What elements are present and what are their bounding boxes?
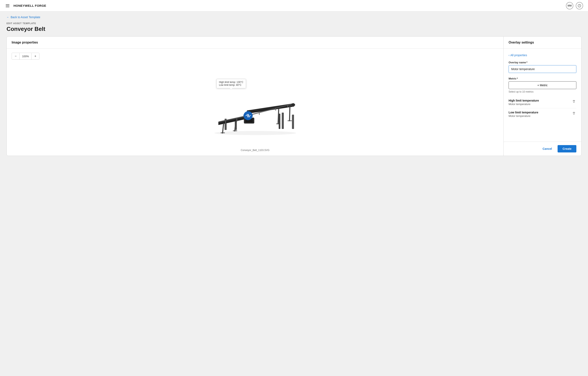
- main-card: Image properties − 100% + High limit tem…: [7, 36, 581, 156]
- page-title: Conveyor Belt: [7, 26, 581, 32]
- metrics-list: High limit temperature Motor temperature…: [509, 97, 576, 120]
- svg-point-30: [291, 103, 295, 106]
- svg-line-25: [290, 106, 290, 121]
- help-icon[interactable]: ?: [576, 2, 583, 9]
- back-to-asset-template-link[interactable]: ← Back to Asset Template: [7, 16, 40, 19]
- metric-hint: Select up to 10 metrics: [509, 90, 576, 93]
- back-arrow-icon: ←: [7, 16, 9, 19]
- metric-sub-0: Motor temperature: [509, 103, 539, 106]
- metric-name-0: High limit temperature: [509, 99, 539, 102]
- zoom-in-button[interactable]: +: [32, 53, 39, 59]
- cancel-button[interactable]: Cancel: [539, 145, 555, 153]
- all-properties-label: All properties: [510, 54, 527, 57]
- metric-sub-1: Motor temperature: [509, 114, 538, 118]
- overlay-name-label: Overlay name *: [509, 61, 576, 64]
- hamburger-menu[interactable]: [5, 3, 10, 8]
- image-panel-content: − 100% + High limit temp: 130°C Low limi…: [7, 49, 504, 156]
- zoom-out-button[interactable]: −: [12, 53, 19, 59]
- svg-rect-3: [282, 113, 284, 129]
- overlay-settings-header: Overlay settings: [504, 37, 581, 49]
- svg-line-24: [278, 109, 279, 124]
- panel-footer: Cancel Create: [504, 142, 581, 156]
- image-properties-header: Image properties: [7, 37, 504, 49]
- brand-logo: HONEYWELL FORGE: [13, 4, 46, 7]
- user-avatar[interactable]: MM: [566, 2, 573, 9]
- metric-tooltip: High limit temp: 130°C Low limit temp: 4…: [216, 79, 246, 88]
- tooltip-line2: Low limit temp: 40°C: [219, 84, 243, 87]
- required-star-metric: *: [517, 77, 518, 80]
- all-properties-link[interactable]: ‹ All properties: [509, 54, 527, 57]
- chevron-left-icon: ‹: [509, 54, 510, 57]
- page-subtitle: EDIT ASSET TEMPLATE: [7, 22, 581, 24]
- svg-point-2: [214, 131, 296, 135]
- overlay-panel-body: ‹ All properties Overlay name * Metric *…: [504, 49, 581, 142]
- zoom-controls: − 100% +: [12, 53, 39, 60]
- create-button[interactable]: Create: [557, 145, 576, 153]
- svg-rect-5: [279, 114, 280, 129]
- image-filename: Conveyor_Belt_1103.SVG: [12, 149, 499, 152]
- tooltip-line1: High limit temp: 130°C: [219, 81, 243, 84]
- metric-item-1: Low limit temperature Motor temperature: [509, 108, 576, 120]
- svg-text:?: ?: [579, 5, 580, 7]
- add-metric-button[interactable]: + Metric: [509, 81, 576, 89]
- conveyor-svg-wrapper: High limit temp: 130°C Low limit temp: 4…: [206, 73, 304, 138]
- metric-item-0: High limit temperature Motor temperature: [509, 97, 576, 108]
- svg-line-20: [222, 124, 224, 133]
- metric-label: Metric *: [509, 77, 576, 80]
- overlay-settings-panel: Overlay settings ‹ All properties Overla…: [504, 37, 581, 156]
- conveyor-image-area[interactable]: High limit temp: 130°C Low limit temp: 4…: [12, 65, 499, 146]
- svg-rect-4: [292, 115, 294, 129]
- overlay-name-input[interactable]: [509, 65, 576, 73]
- image-properties-panel: Image properties − 100% + High limit tem…: [7, 37, 504, 156]
- back-link-label: Back to Asset Template: [10, 16, 40, 19]
- delete-metric-0-button[interactable]: [571, 99, 576, 105]
- zoom-value-display: 100%: [19, 53, 32, 59]
- delete-metric-1-button[interactable]: [571, 111, 576, 116]
- top-navigation: HONEYWELL FORGE MM ?: [0, 0, 588, 11]
- metric-name-1: Low limit temperature: [509, 111, 538, 114]
- page-container: ← Back to Asset Template EDIT ASSET TEMP…: [0, 11, 588, 160]
- required-star-name: *: [526, 61, 527, 64]
